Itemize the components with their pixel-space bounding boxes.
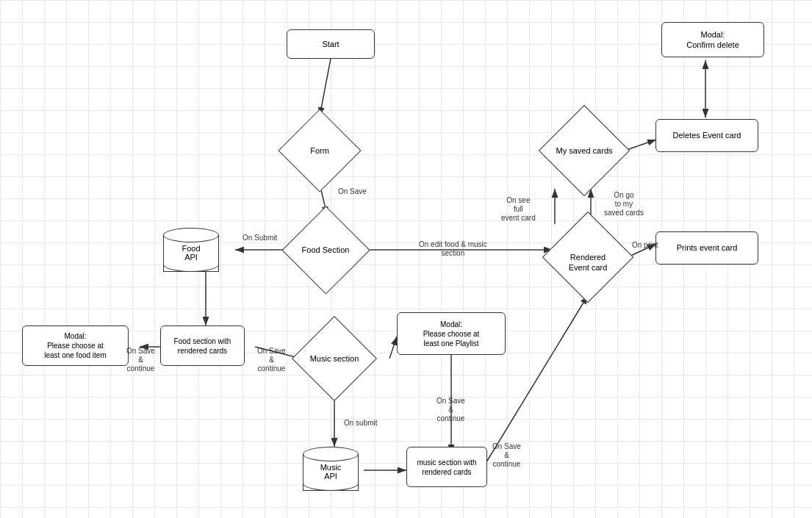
- label-on-print: On print: [632, 241, 658, 250]
- label-on-save-continue1: On Save & continue: [126, 338, 155, 373]
- node-music-api: Music API: [303, 447, 359, 491]
- label-on-submit-music: On submit: [344, 419, 378, 428]
- node-food-api: Food API: [163, 228, 219, 272]
- node-modal-playlist: Modal: Please choose at least one Playli…: [397, 312, 506, 355]
- svg-line-11: [389, 337, 397, 359]
- label-on-submit-food: On Submit: [242, 234, 277, 242]
- node-start: Start: [287, 29, 375, 59]
- svg-line-2: [320, 59, 331, 116]
- node-food-section: Food Section: [285, 215, 366, 285]
- label-on-save-continue2: On Save & continue: [257, 338, 286, 373]
- node-form: Form: [287, 118, 353, 184]
- node-music-rendered: music section with rendered cards: [406, 447, 487, 487]
- label-on-see-full-event: On see full event card: [501, 187, 536, 223]
- node-modal-food: Modal: Please choose at least one food i…: [22, 325, 129, 366]
- node-prints-event: Prints event card: [655, 231, 758, 265]
- label-on-edit-food-music: On edit food & music section: [419, 231, 487, 258]
- node-music-section: Music section: [298, 323, 371, 394]
- node-deletes-event: Deletes Event card: [655, 119, 758, 152]
- node-food-rendered: Food section with rendered cards: [160, 325, 245, 366]
- label-on-go-saved: On go to my saved cards: [604, 182, 644, 217]
- flowchart-canvas: Start Form Food Section Food API Food se…: [0, 0, 812, 518]
- label-on-save-form: On Save: [338, 187, 367, 196]
- node-modal-confirm: Modal: Confirm delete: [661, 22, 764, 57]
- label-on-save-continue4: On Save & continue: [492, 434, 521, 469]
- svg-line-17: [625, 140, 656, 151]
- node-rendered-event: Rendered Event card: [547, 217, 628, 298]
- label-on-save-continue3: On Save & continue: [436, 388, 465, 423]
- node-my-saved-cards: My saved cards: [544, 110, 625, 191]
